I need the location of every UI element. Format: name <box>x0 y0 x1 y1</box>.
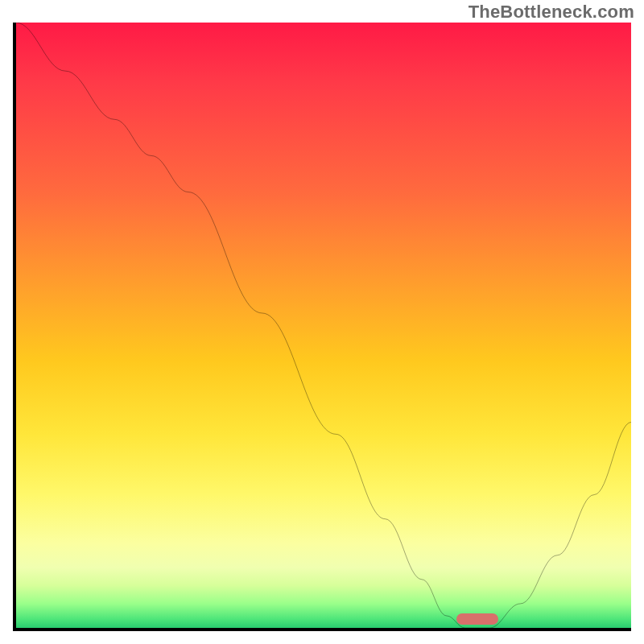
plot-area <box>13 23 631 631</box>
attribution-watermark: TheBottleneck.com <box>469 2 634 23</box>
bottleneck-curve <box>16 23 631 628</box>
optimal-marker <box>456 613 498 625</box>
chart-container: TheBottleneck.com <box>0 0 644 644</box>
